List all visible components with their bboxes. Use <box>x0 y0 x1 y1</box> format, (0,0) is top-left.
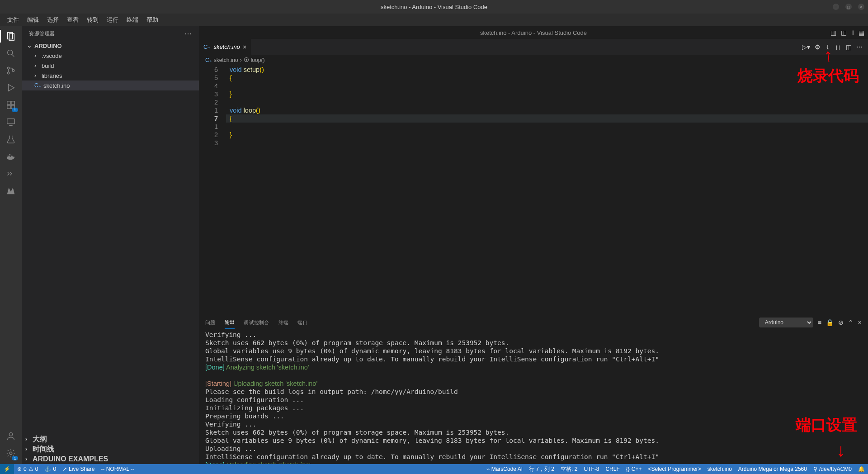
code-content[interactable]: void setup(){ } void loop(){ } <box>226 66 868 315</box>
sidebar-more-icon[interactable]: ⋯ <box>184 29 192 38</box>
menu-选择[interactable]: 选择 <box>43 15 62 25</box>
panel-tabs: 问题输出调试控制台终端端口 Arduino ≡ 🔒 ⊘ ⌃ × <box>199 315 868 330</box>
eol-status[interactable]: CRLF <box>602 464 623 474</box>
problems-status[interactable]: ⊗ 0 ⚠ 0 <box>14 464 41 474</box>
clear-icon[interactable]: ⊘ <box>838 319 844 326</box>
source-control-icon[interactable] <box>5 64 17 77</box>
folder-build[interactable]: ›build <box>22 61 199 71</box>
settings-badge: 1 <box>12 456 18 460</box>
file-icon: C₊ <box>205 57 212 63</box>
accounts-icon[interactable] <box>5 430 17 442</box>
explorer-icon[interactable] <box>5 30 17 43</box>
run-debug-icon[interactable] <box>5 81 17 94</box>
editor-area: sketch.ino - Arduino - Visual Studio Cod… <box>199 26 868 464</box>
encoding-status[interactable]: UTF-8 <box>580 464 602 474</box>
svg-point-19 <box>9 452 12 455</box>
filter-icon[interactable]: ≡ <box>818 319 821 326</box>
maximize-button[interactable]: □ <box>845 4 852 10</box>
tab-sketch-ino[interactable]: C₊ sketch.ino × <box>199 39 251 55</box>
upload-icon[interactable]: ⤓ <box>825 43 830 51</box>
chevron-right-icon: › <box>240 57 242 63</box>
split-editor-icon[interactable]: ⫴ <box>851 29 854 37</box>
breadcrumb-symbol: loop() <box>251 57 265 63</box>
panel-tab-输出[interactable]: 输出 <box>225 319 235 329</box>
verify-icon[interactable]: ⚙ <box>815 43 821 51</box>
testing-icon[interactable] <box>5 133 17 146</box>
menu-bar: 文件编辑选择查看转到运行终端帮助 <box>0 14 868 26</box>
minimize-button[interactable]: − <box>833 4 839 10</box>
svg-point-18 <box>9 433 12 436</box>
marscode-icon[interactable] <box>5 185 17 197</box>
tab-label: sketch.ino <box>213 43 240 50</box>
ports-status[interactable]: ⚓ 0 <box>41 464 59 474</box>
section-ARDUINO EXAMPLES[interactable]: ›ARDUINO EXAMPLES <box>22 454 199 464</box>
file-sketch-ino[interactable]: C₊sketch.ino <box>22 81 199 90</box>
liveshare-status[interactable]: ↗ Live Share <box>59 464 98 474</box>
project-name: ARDUINO <box>34 43 62 49</box>
board-status[interactable]: Arduino Mega or Mega 2560 <box>735 464 810 474</box>
language-mode-status[interactable]: {} C++ <box>623 464 645 474</box>
svg-rect-9 <box>7 105 10 109</box>
folder-.vscode[interactable]: ›.vscode <box>22 51 199 61</box>
folder-libraries[interactable]: ›libraries <box>22 71 199 81</box>
svg-marker-7 <box>9 85 14 91</box>
extensions-badge: 1 <box>12 108 18 112</box>
remote-ssh-icon[interactable] <box>5 167 17 180</box>
panel-tab-问题[interactable]: 问题 <box>205 319 216 326</box>
panel-tab-终端[interactable]: 终端 <box>278 319 289 326</box>
serial-port-status[interactable]: ⚲ /dev/ttyACM0 <box>810 464 855 474</box>
project-root[interactable]: ⌄ARDUINO <box>22 41 199 51</box>
menu-转到[interactable]: 转到 <box>83 15 102 25</box>
tab-close-icon[interactable]: × <box>243 43 246 51</box>
breadcrumb[interactable]: C₊ sketch.ino › ⦿ loop() <box>199 55 868 66</box>
customize-layout-icon[interactable]: ▦ <box>859 29 864 37</box>
section-时间线[interactable]: ›时间线 <box>22 444 199 454</box>
output-channel-select[interactable]: Arduino <box>759 318 813 327</box>
svg-line-3 <box>12 55 14 57</box>
svg-point-5 <box>7 72 9 74</box>
svg-point-2 <box>8 50 13 55</box>
window-controls: − □ × <box>833 4 864 10</box>
panel-tab-调试控制台[interactable]: 调试控制台 <box>244 319 269 326</box>
run-icon[interactable]: ▷▾ <box>802 43 810 51</box>
close-button[interactable]: × <box>858 4 864 10</box>
menu-编辑[interactable]: 编辑 <box>24 15 42 25</box>
programmer-status[interactable]: <Select Programmer> <box>645 464 704 474</box>
code-editor[interactable]: 6543217123 void setup(){ } void loop(){ … <box>199 66 868 315</box>
maximize-panel-icon[interactable]: ⌃ <box>848 319 854 326</box>
menu-查看[interactable]: 查看 <box>63 15 82 25</box>
settings-icon[interactable]: 1 <box>5 447 17 460</box>
window-title: sketch.ino - Arduino - Visual Studio Cod… <box>381 4 487 10</box>
marscode-status[interactable]: ⌁ MarsCode AI <box>483 464 526 474</box>
output-content[interactable]: Verifying ... Sketch uses 662 bytes (0%)… <box>199 330 868 464</box>
editor-title: sketch.ino - Arduino - Visual Studio Cod… <box>480 29 587 36</box>
menu-帮助[interactable]: 帮助 <box>143 15 162 25</box>
split-right-icon[interactable]: ◫ <box>846 43 852 51</box>
title-bar: sketch.ino - Arduino - Visual Studio Cod… <box>0 0 868 14</box>
gutter: 6543217123 <box>199 66 226 315</box>
activity-bar: 1 1 <box>0 26 22 464</box>
indentation-status[interactable]: 空格: 2 <box>557 464 580 474</box>
toggle-panel-icon[interactable]: ▥ <box>830 29 836 37</box>
section-大纲[interactable]: ›大纲 <box>22 434 199 444</box>
remote-explorer-icon[interactable] <box>5 116 17 128</box>
panel-tab-端口[interactable]: 端口 <box>297 319 308 326</box>
more-actions-icon[interactable]: ⋯ <box>856 43 863 51</box>
search-icon[interactable] <box>5 47 17 60</box>
remote-button[interactable]: ⚡ <box>0 464 14 474</box>
toggle-sidebar-icon[interactable]: ◫ <box>841 29 847 37</box>
svg-rect-16 <box>11 156 12 157</box>
lock-icon[interactable]: 🔒 <box>826 319 834 326</box>
menu-文件[interactable]: 文件 <box>4 15 23 25</box>
cursor-position-status[interactable]: 行 7，列 2 <box>526 464 557 474</box>
docker-icon[interactable] <box>5 150 17 163</box>
file-label: sketch.ino <box>43 82 70 89</box>
close-panel-icon[interactable]: × <box>858 319 862 326</box>
bottom-panel: 问题输出调试控制台终端端口 Arduino ≡ 🔒 ⊘ ⌃ × Verifyin… <box>199 315 868 464</box>
notifications-icon[interactable]: 🔔 <box>855 464 868 474</box>
menu-运行[interactable]: 运行 <box>103 15 122 25</box>
extensions-icon[interactable]: 1 <box>5 99 17 111</box>
serial-monitor-icon[interactable]: ⫼ <box>835 43 841 51</box>
menu-终端[interactable]: 终端 <box>123 15 142 25</box>
sketch-file-status[interactable]: sketch.ino <box>704 464 735 474</box>
